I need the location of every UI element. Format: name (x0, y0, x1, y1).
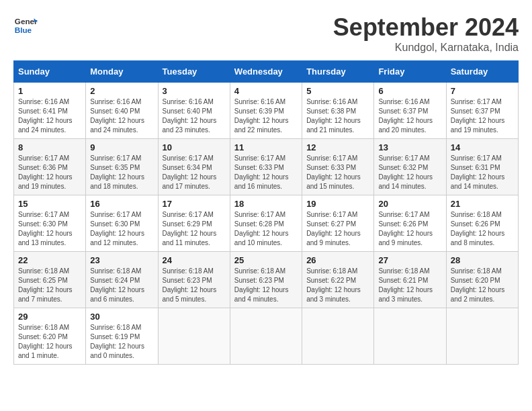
calendar-week-row: 22Sunrise: 6:18 AM Sunset: 6:25 PM Dayli… (14, 252, 519, 308)
day-number: 5 (306, 86, 369, 96)
day-number: 20 (378, 199, 441, 209)
calendar-day-cell: 22Sunrise: 6:18 AM Sunset: 6:25 PM Dayli… (14, 252, 86, 308)
calendar-day-cell: 20Sunrise: 6:17 AM Sunset: 6:26 PM Dayli… (374, 195, 446, 252)
calendar-day-cell: 25Sunrise: 6:18 AM Sunset: 6:23 PM Dayli… (230, 252, 302, 308)
calendar-day-cell (446, 308, 518, 365)
day-number: 21 (451, 199, 514, 209)
calendar-week-row: 29Sunrise: 6:18 AM Sunset: 6:20 PM Dayli… (14, 308, 519, 365)
calendar-header-row: SundayMondayTuesdayWednesdayThursdayFrid… (14, 61, 519, 83)
calendar-day-cell: 1Sunrise: 6:16 AM Sunset: 6:41 PM Daylig… (14, 83, 86, 139)
day-detail: Sunrise: 6:16 AM Sunset: 6:41 PM Dayligh… (18, 97, 81, 135)
calendar-day-cell: 9Sunrise: 6:17 AM Sunset: 6:35 PM Daylig… (86, 139, 158, 195)
calendar-day-cell (374, 308, 446, 365)
day-number: 19 (306, 199, 369, 209)
calendar-day-cell: 10Sunrise: 6:17 AM Sunset: 6:34 PM Dayli… (158, 139, 230, 195)
day-number: 7 (451, 86, 514, 96)
calendar-day-cell: 21Sunrise: 6:18 AM Sunset: 6:26 PM Dayli… (446, 195, 518, 252)
day-number: 28 (451, 255, 514, 265)
day-detail: Sunrise: 6:18 AM Sunset: 6:24 PM Dayligh… (90, 267, 153, 304)
day-detail: Sunrise: 6:16 AM Sunset: 6:40 PM Dayligh… (163, 97, 226, 135)
day-number: 10 (163, 142, 226, 152)
header: General Blue September 2024 Kundgol, Kar… (13, 13, 519, 54)
day-number: 2 (90, 86, 153, 96)
day-number: 27 (378, 255, 441, 265)
calendar-body: 1Sunrise: 6:16 AM Sunset: 6:41 PM Daylig… (14, 83, 519, 365)
day-number: 22 (18, 255, 81, 265)
calendar-day-cell: 15Sunrise: 6:17 AM Sunset: 6:30 PM Dayli… (14, 195, 86, 252)
day-detail: Sunrise: 6:18 AM Sunset: 6:21 PM Dayligh… (378, 267, 441, 304)
logo: General Blue (13, 13, 38, 38)
location-title: Kundgol, Karnataka, India (333, 42, 519, 54)
calendar-week-row: 15Sunrise: 6:17 AM Sunset: 6:30 PM Dayli… (14, 195, 519, 252)
calendar-day-cell: 30Sunrise: 6:18 AM Sunset: 6:19 PM Dayli… (86, 308, 158, 365)
day-number: 15 (18, 199, 81, 209)
calendar-day-cell: 3Sunrise: 6:16 AM Sunset: 6:40 PM Daylig… (158, 83, 230, 139)
calendar-day-cell (158, 308, 230, 365)
calendar-day-cell: 7Sunrise: 6:17 AM Sunset: 6:37 PM Daylig… (446, 83, 518, 139)
day-number: 25 (234, 255, 298, 265)
day-number: 6 (378, 86, 441, 96)
calendar-day-cell: 28Sunrise: 6:18 AM Sunset: 6:20 PM Dayli… (446, 252, 518, 308)
calendar-day-cell (230, 308, 302, 365)
day-detail: Sunrise: 6:17 AM Sunset: 6:31 PM Dayligh… (451, 154, 514, 191)
day-number: 12 (306, 142, 369, 152)
day-detail: Sunrise: 6:18 AM Sunset: 6:25 PM Dayligh… (18, 267, 81, 304)
day-number: 9 (90, 142, 153, 152)
day-detail: Sunrise: 6:18 AM Sunset: 6:26 PM Dayligh… (451, 210, 514, 248)
day-detail: Sunrise: 6:17 AM Sunset: 6:34 PM Dayligh… (163, 154, 226, 191)
day-detail: Sunrise: 6:17 AM Sunset: 6:33 PM Dayligh… (234, 154, 298, 191)
day-detail: Sunrise: 6:17 AM Sunset: 6:35 PM Dayligh… (90, 154, 153, 191)
day-number: 11 (234, 142, 298, 152)
day-detail: Sunrise: 6:17 AM Sunset: 6:26 PM Dayligh… (378, 210, 441, 248)
day-detail: Sunrise: 6:17 AM Sunset: 6:33 PM Dayligh… (306, 154, 369, 191)
calendar-day-cell: 12Sunrise: 6:17 AM Sunset: 6:33 PM Dayli… (302, 139, 374, 195)
day-detail: Sunrise: 6:17 AM Sunset: 6:28 PM Dayligh… (234, 210, 298, 248)
day-detail: Sunrise: 6:17 AM Sunset: 6:27 PM Dayligh… (306, 210, 369, 248)
calendar-header-cell: Saturday (446, 61, 518, 83)
calendar-day-cell (302, 308, 374, 365)
day-number: 4 (234, 86, 298, 96)
day-number: 8 (18, 142, 81, 152)
day-detail: Sunrise: 6:17 AM Sunset: 6:30 PM Dayligh… (18, 210, 81, 248)
day-number: 18 (234, 199, 298, 209)
day-detail: Sunrise: 6:18 AM Sunset: 6:23 PM Dayligh… (163, 267, 226, 304)
day-detail: Sunrise: 6:16 AM Sunset: 6:38 PM Dayligh… (306, 97, 369, 135)
day-number: 23 (90, 255, 153, 265)
day-number: 16 (90, 199, 153, 209)
day-detail: Sunrise: 6:18 AM Sunset: 6:19 PM Dayligh… (90, 323, 153, 361)
day-detail: Sunrise: 6:17 AM Sunset: 6:30 PM Dayligh… (90, 210, 153, 248)
svg-text:Blue: Blue (15, 26, 32, 34)
calendar-day-cell: 8Sunrise: 6:17 AM Sunset: 6:36 PM Daylig… (14, 139, 86, 195)
calendar-day-cell: 5Sunrise: 6:16 AM Sunset: 6:38 PM Daylig… (302, 83, 374, 139)
day-number: 17 (163, 199, 226, 209)
calendar-day-cell: 23Sunrise: 6:18 AM Sunset: 6:24 PM Dayli… (86, 252, 158, 308)
day-number: 3 (163, 86, 226, 96)
month-title: September 2024 (333, 13, 519, 42)
calendar-day-cell: 17Sunrise: 6:17 AM Sunset: 6:29 PM Dayli… (158, 195, 230, 252)
day-detail: Sunrise: 6:17 AM Sunset: 6:36 PM Dayligh… (18, 154, 81, 191)
calendar-day-cell: 14Sunrise: 6:17 AM Sunset: 6:31 PM Dayli… (446, 139, 518, 195)
calendar-day-cell: 16Sunrise: 6:17 AM Sunset: 6:30 PM Dayli… (86, 195, 158, 252)
day-detail: Sunrise: 6:16 AM Sunset: 6:40 PM Dayligh… (90, 97, 153, 135)
day-detail: Sunrise: 6:18 AM Sunset: 6:20 PM Dayligh… (18, 323, 81, 361)
day-number: 26 (306, 255, 369, 265)
calendar-header-cell: Monday (86, 61, 158, 83)
calendar-table: SundayMondayTuesdayWednesdayThursdayFrid… (13, 60, 519, 365)
day-detail: Sunrise: 6:17 AM Sunset: 6:32 PM Dayligh… (378, 154, 441, 191)
calendar-day-cell: 2Sunrise: 6:16 AM Sunset: 6:40 PM Daylig… (86, 83, 158, 139)
calendar-day-cell: 6Sunrise: 6:16 AM Sunset: 6:37 PM Daylig… (374, 83, 446, 139)
calendar-week-row: 8Sunrise: 6:17 AM Sunset: 6:36 PM Daylig… (14, 139, 519, 195)
day-detail: Sunrise: 6:16 AM Sunset: 6:37 PM Dayligh… (378, 97, 441, 135)
day-detail: Sunrise: 6:18 AM Sunset: 6:23 PM Dayligh… (234, 267, 298, 304)
calendar-day-cell: 29Sunrise: 6:18 AM Sunset: 6:20 PM Dayli… (14, 308, 86, 365)
calendar-header-cell: Thursday (302, 61, 374, 83)
calendar-day-cell: 13Sunrise: 6:17 AM Sunset: 6:32 PM Dayli… (374, 139, 446, 195)
day-number: 30 (90, 312, 153, 322)
calendar-header-cell: Sunday (14, 61, 86, 83)
calendar-day-cell: 26Sunrise: 6:18 AM Sunset: 6:22 PM Dayli… (302, 252, 374, 308)
calendar-day-cell: 11Sunrise: 6:17 AM Sunset: 6:33 PM Dayli… (230, 139, 302, 195)
day-detail: Sunrise: 6:18 AM Sunset: 6:20 PM Dayligh… (451, 267, 514, 304)
day-detail: Sunrise: 6:17 AM Sunset: 6:29 PM Dayligh… (163, 210, 226, 248)
calendar-header-cell: Tuesday (158, 61, 230, 83)
calendar-week-row: 1Sunrise: 6:16 AM Sunset: 6:41 PM Daylig… (14, 83, 519, 139)
